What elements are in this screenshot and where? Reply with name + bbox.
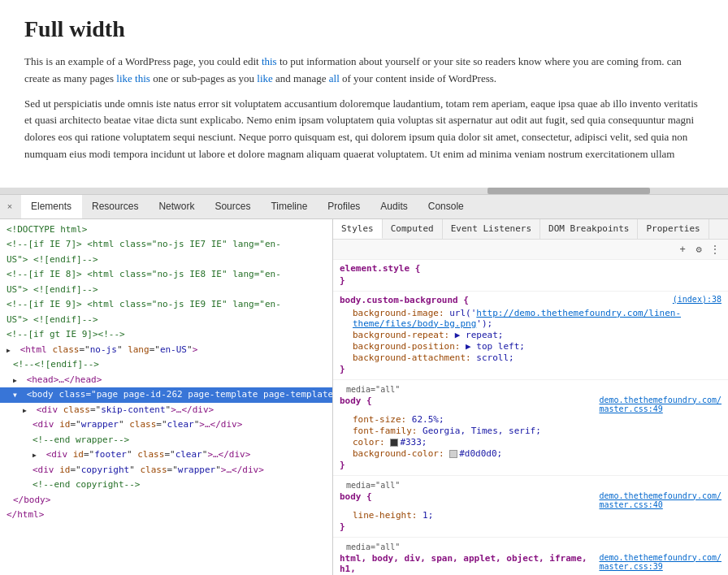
tab-console[interactable]: Console [418,195,474,218]
page-content: Full width This is an example of a WordP… [0,0,728,188]
style-prop: font-family: Georgia, Times, serif; [340,426,722,436]
html-line: </html> [0,508,332,523]
styles-more-button[interactable]: ⋮ [708,243,722,256]
html-line: US"> <![endif]--> [0,313,332,328]
html-line[interactable]: <div class="skip-content">…</div> [0,403,332,418]
devtools-tabs: Elements Resources Network Sources Timel… [21,195,725,218]
reset-selector: html, body, div, span, applet, object, i… [340,553,599,574]
style-close: } [340,364,722,374]
html-line[interactable]: <div id="copyright" class="wrapper">…</d… [0,463,332,478]
body-font-block: media="all" body { demo.thethemefoundry.… [333,380,728,476]
styles-tab-properties[interactable]: Properties [638,219,708,239]
media-label: media="all" [340,479,722,491]
devtools-close-button[interactable]: × [3,200,16,213]
reset-block: media="all" html, body, div, span, apple… [333,538,728,575]
style-prop: background-repeat: ▶ repeat; [340,330,722,340]
html-panel[interactable]: <!DOCTYPE html> <!--[if IE 7]> <html cla… [0,219,333,575]
body-selector: body { [340,396,372,412]
html-line: <!--[if IE 8]> <html class="no-js IE8 IE… [0,267,332,283]
page-paragraph-2: Sed ut perspiciatis unde omnis iste natu… [24,96,704,163]
tab-timeline[interactable]: Timeline [261,195,318,218]
element-style-block: element.style { } [333,260,728,292]
page-title: Full width [24,16,704,42]
styles-tab-event-listeners[interactable]: Event Listeners [443,219,540,239]
tab-resources[interactable]: Resources [82,195,149,218]
styles-tab-computed[interactable]: Computed [383,219,443,239]
styles-panel: Styles Computed Event Listeners DOM Brea… [333,219,728,575]
html-line: <!--[if gt IE 9]><!--> [0,327,332,343]
style-prop-bgcolor: background-color: #d0d0d0; [340,448,722,459]
html-body-element[interactable]: <body class="page page-id-262 page-templ… [0,387,332,403]
media-label: media="all" [340,541,722,553]
styles-tab-styles[interactable]: Styles [333,219,383,239]
styles-add-button[interactable]: + [676,243,689,256]
html-line: US"> <![endif]--> [0,253,332,268]
custom-bg-selector: body.custom-background { [340,295,469,305]
tab-audits[interactable]: Audits [370,195,418,218]
styles-actions: + ⚙ ⋮ [676,243,722,256]
style-prop: line-height: 1; [340,510,722,521]
scrollbar-thumb[interactable] [488,188,650,194]
page-paragraph-1: This is an example of a WordPress page, … [24,54,704,88]
body-font-source[interactable]: demo.thethemefoundry.com/master.css:49 [599,396,722,413]
color-swatch [449,450,457,458]
style-prop: background-attachment: scroll; [340,352,722,363]
html-line: <!--end copyright--> [0,478,332,493]
custom-bg-source[interactable]: (index):38 [673,295,722,307]
html-line[interactable]: <div id="footer" class="clear">…</div> [0,447,332,463]
tab-network[interactable]: Network [149,195,205,218]
html-line: <!--[if IE 9]> <html class="no-js IE9 IE… [0,297,332,313]
html-line: <!--<![endif]--> [0,357,332,373]
html-line: <!--[if IE 7]> <html class="no-js IE7 IE… [0,237,332,253]
tab-sources[interactable]: Sources [205,195,261,218]
style-prop: background-position: ▶ top left; [340,341,722,352]
style-close: } [340,460,722,470]
html-line: <!DOCTYPE html> [0,223,332,238]
styles-header: + ⚙ ⋮ [333,240,728,260]
body-lineheight-block: media="all" body { demo.thethemefoundry.… [333,476,728,538]
color-swatch [390,439,398,447]
element-style-close: } [340,275,722,286]
style-prop: background-image: url('http://demo.theth… [340,308,722,329]
styles-tab-dom-breakpoints[interactable]: DOM Breakpoints [540,219,638,239]
style-prop-color: color: #333; [340,437,722,447]
styles-tabs: Styles Computed Event Listeners DOM Brea… [333,219,728,240]
reset-source[interactable]: demo.thethemefoundry.com/master.css:39 [599,553,722,571]
html-html-element[interactable]: <html class="no-js" lang="en-US"> [0,343,332,358]
body-lh-selector: body { [340,491,372,508]
html-line: </body> [0,493,332,508]
html-line[interactable]: <div id="wrapper" class="clear">…</div> [0,417,332,433]
scrollbar-area [0,188,728,194]
element-style-selector: element.style { [340,263,722,274]
tab-profiles[interactable]: Profiles [318,195,370,218]
html-line: US"> <![endif]--> [0,283,332,298]
body-lh-source[interactable]: demo.thethemefoundry.com/master.css:40 [599,491,722,509]
media-label: media="all" [340,383,722,396]
html-line: <!--end wrapper--> [0,433,332,448]
tab-elements[interactable]: Elements [21,195,82,218]
html-head-element[interactable]: <head>…</head> [0,373,332,388]
styles-toggle-button[interactable]: ⚙ [692,243,705,256]
devtools-topbar: × Elements Resources Network Sources Tim… [0,195,728,219]
style-close: } [340,521,722,532]
style-prop: font-size: 62.5%; [340,414,722,425]
devtools-main: <!DOCTYPE html> <!--[if IE 7]> <html cla… [0,219,728,575]
custom-background-block: body.custom-background { (index):38 back… [333,292,728,380]
devtools-panel: × Elements Resources Network Sources Tim… [0,194,728,575]
